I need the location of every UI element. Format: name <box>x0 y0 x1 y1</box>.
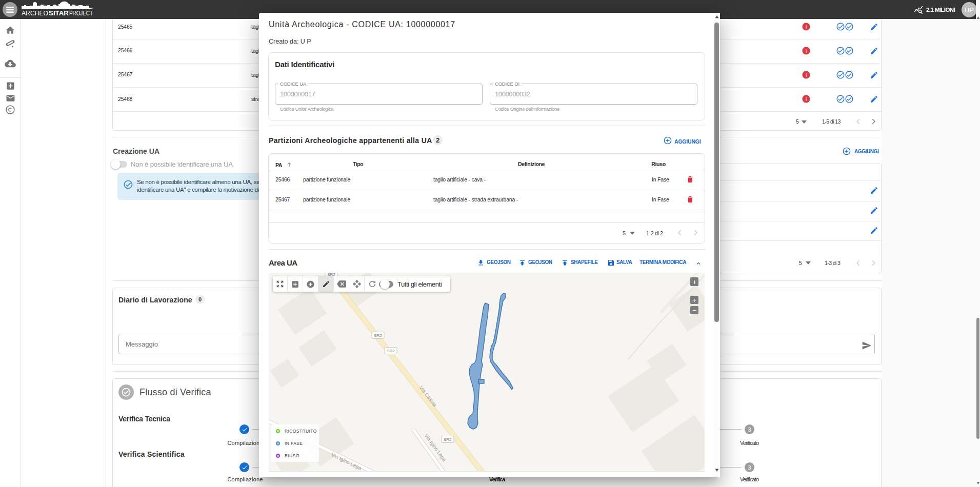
svg-text:SR2: SR2 <box>387 349 395 353</box>
svg-text:ARCHEO: ARCHEO <box>22 9 48 17</box>
svg-text:SR2: SR2 <box>374 333 382 338</box>
svg-text:SITAR: SITAR <box>49 9 69 17</box>
svg-text:PROJECT: PROJECT <box>69 9 93 17</box>
svg-text:SR2: SR2 <box>444 437 452 442</box>
